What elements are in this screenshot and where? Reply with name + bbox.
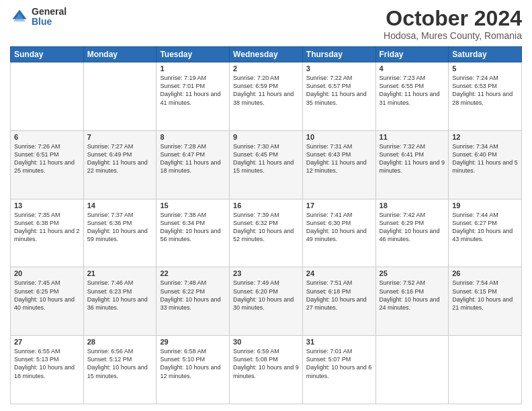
- sunset-text: Sunset: 6:36 PM: [87, 219, 153, 227]
- sunset-text: Sunset: 6:40 PM: [452, 150, 518, 158]
- daylight-text: Daylight: 10 hours and 33 minutes.: [160, 295, 226, 312]
- day-detail: Sunrise: 7:52 AMSunset: 6:16 PMDaylight:…: [380, 279, 445, 312]
- day-detail: Sunrise: 7:48 AMSunset: 6:22 PMDaylight:…: [160, 279, 226, 312]
- logo-text: General Blue: [32, 7, 66, 28]
- day-cell: 10Sunrise: 7:31 AMSunset: 6:43 PMDayligh…: [302, 130, 375, 199]
- sunrise-text: Sunrise: 7:37 AM: [87, 211, 153, 219]
- sunrise-text: Sunrise: 6:59 AM: [233, 347, 299, 355]
- sunrise-text: Sunrise: 7:34 AM: [452, 142, 518, 150]
- daylight-text: Daylight: 11 hours and 41 minutes.: [160, 90, 226, 106]
- daylight-text: Daylight: 10 hours and 21 minutes.: [452, 295, 518, 312]
- logo-icon: [10, 7, 29, 26]
- daylight-text: Daylight: 10 hours and 9 minutes.: [233, 363, 299, 379]
- sunrise-text: Sunrise: 7:46 AM: [87, 279, 153, 287]
- day-cell: 22Sunrise: 7:48 AMSunset: 6:22 PMDayligh…: [157, 267, 230, 336]
- col-thursday: Thursday: [302, 47, 375, 62]
- sunset-text: Sunset: 6:41 PM: [380, 150, 445, 158]
- daylight-text: Daylight: 10 hours and 24 minutes.: [380, 295, 445, 312]
- day-detail: Sunrise: 7:49 AMSunset: 6:20 PMDaylight:…: [233, 279, 299, 312]
- day-detail: Sunrise: 7:44 AMSunset: 6:27 PMDaylight:…: [452, 211, 518, 244]
- daylight-text: Daylight: 10 hours and 6 minutes.: [306, 363, 372, 379]
- sunrise-text: Sunrise: 7:26 AM: [14, 142, 80, 150]
- daylight-text: Daylight: 11 hours and 5 minutes.: [452, 158, 518, 175]
- day-detail: Sunrise: 6:55 AMSunset: 5:13 PMDaylight:…: [14, 347, 80, 380]
- day-cell: 7Sunrise: 7:27 AMSunset: 6:49 PMDaylight…: [83, 130, 157, 199]
- daylight-text: Daylight: 10 hours and 43 minutes.: [452, 227, 518, 243]
- daylight-text: Daylight: 11 hours and 9 minutes.: [380, 158, 445, 175]
- day-cell: 19Sunrise: 7:44 AMSunset: 6:27 PMDayligh…: [449, 199, 522, 267]
- day-cell: [83, 62, 157, 131]
- day-detail: Sunrise: 7:39 AMSunset: 6:32 PMDaylight:…: [233, 211, 299, 244]
- sunset-text: Sunset: 6:59 PM: [233, 82, 299, 90]
- day-detail: Sunrise: 7:35 AMSunset: 6:38 PMDaylight:…: [14, 211, 80, 244]
- sunrise-text: Sunrise: 7:23 AM: [380, 74, 445, 82]
- col-wednesday: Wednesday: [230, 47, 303, 62]
- day-detail: Sunrise: 7:42 AMSunset: 6:29 PMDaylight:…: [380, 211, 445, 244]
- sunset-text: Sunset: 6:55 PM: [380, 82, 445, 90]
- daylight-text: Daylight: 11 hours and 12 minutes.: [306, 158, 372, 175]
- daylight-text: Daylight: 11 hours and 28 minutes.: [452, 90, 518, 106]
- day-detail: Sunrise: 7:30 AMSunset: 6:45 PMDaylight:…: [233, 142, 299, 175]
- page: General Blue October 2024 Hodosa, Mures …: [0, 0, 532, 411]
- daylight-text: Daylight: 11 hours and 25 minutes.: [14, 158, 80, 175]
- sunset-text: Sunset: 6:47 PM: [160, 150, 226, 158]
- day-number: 16: [233, 201, 299, 210]
- day-detail: Sunrise: 7:19 AMSunset: 7:01 PMDaylight:…: [160, 74, 226, 107]
- sunset-text: Sunset: 6:30 PM: [306, 219, 372, 227]
- day-cell: 17Sunrise: 7:41 AMSunset: 6:30 PMDayligh…: [302, 199, 375, 267]
- day-number: 18: [380, 201, 445, 210]
- sunrise-text: Sunrise: 7:42 AM: [380, 211, 445, 219]
- sunrise-text: Sunrise: 7:54 AM: [452, 279, 518, 287]
- sunrise-text: Sunrise: 7:31 AM: [306, 142, 372, 150]
- logo: General Blue: [10, 7, 66, 28]
- sunset-text: Sunset: 6:53 PM: [452, 82, 518, 90]
- day-number: 21: [87, 269, 153, 277]
- sunset-text: Sunset: 5:08 PM: [233, 355, 299, 363]
- week-row-2: 6Sunrise: 7:26 AMSunset: 6:51 PMDaylight…: [11, 130, 522, 199]
- day-cell: 15Sunrise: 7:38 AMSunset: 6:34 PMDayligh…: [157, 199, 230, 267]
- sunset-text: Sunset: 6:20 PM: [233, 287, 299, 295]
- daylight-text: Daylight: 11 hours and 35 minutes.: [306, 90, 372, 106]
- day-detail: Sunrise: 7:20 AMSunset: 6:59 PMDaylight:…: [233, 74, 299, 107]
- sunset-text: Sunset: 6:38 PM: [14, 219, 80, 227]
- day-number: 25: [380, 269, 445, 277]
- sunset-text: Sunset: 6:34 PM: [160, 219, 226, 227]
- day-detail: Sunrise: 7:54 AMSunset: 6:15 PMDaylight:…: [452, 279, 518, 312]
- sunrise-text: Sunrise: 7:28 AM: [160, 142, 226, 150]
- sunset-text: Sunset: 6:45 PM: [233, 150, 299, 158]
- daylight-text: Daylight: 10 hours and 27 minutes.: [306, 295, 372, 312]
- day-number: 11: [380, 133, 445, 141]
- day-number: 26: [452, 269, 518, 277]
- calendar-table: Sunday Monday Tuesday Wednesday Thursday…: [10, 46, 522, 404]
- day-cell: 20Sunrise: 7:45 AMSunset: 6:25 PMDayligh…: [11, 267, 84, 336]
- day-detail: Sunrise: 7:22 AMSunset: 6:57 PMDaylight:…: [306, 74, 372, 107]
- sunset-text: Sunset: 5:07 PM: [306, 355, 372, 363]
- day-number: 6: [14, 133, 80, 141]
- day-cell: 5Sunrise: 7:24 AMSunset: 6:53 PMDaylight…: [449, 62, 522, 131]
- daylight-text: Daylight: 10 hours and 12 minutes.: [160, 363, 226, 379]
- daylight-text: Daylight: 10 hours and 52 minutes.: [233, 227, 299, 243]
- day-cell: 23Sunrise: 7:49 AMSunset: 6:20 PMDayligh…: [230, 267, 303, 336]
- daylight-text: Daylight: 11 hours and 15 minutes.: [233, 158, 299, 175]
- day-detail: Sunrise: 7:24 AMSunset: 6:53 PMDaylight:…: [452, 74, 518, 107]
- sunrise-text: Sunrise: 7:27 AM: [87, 142, 153, 150]
- day-number: 7: [87, 133, 153, 141]
- day-number: 29: [160, 338, 226, 346]
- sunrise-text: Sunrise: 6:58 AM: [160, 347, 226, 355]
- day-number: 23: [233, 269, 299, 277]
- day-cell: 9Sunrise: 7:30 AMSunset: 6:45 PMDaylight…: [230, 130, 303, 199]
- sunset-text: Sunset: 6:43 PM: [306, 150, 372, 158]
- logo-general: General: [32, 7, 66, 17]
- sunset-text: Sunset: 6:18 PM: [306, 287, 372, 295]
- sunrise-text: Sunrise: 7:52 AM: [380, 279, 445, 287]
- day-cell: 30Sunrise: 6:59 AMSunset: 5:08 PMDayligh…: [230, 336, 303, 404]
- day-number: 1: [160, 64, 226, 73]
- day-number: 30: [233, 338, 299, 346]
- day-detail: Sunrise: 7:31 AMSunset: 6:43 PMDaylight:…: [306, 142, 372, 175]
- daylight-text: Daylight: 11 hours and 38 minutes.: [233, 90, 299, 106]
- day-cell: [11, 62, 84, 131]
- day-cell: 1Sunrise: 7:19 AMSunset: 7:01 PMDaylight…: [157, 62, 230, 131]
- sunset-text: Sunset: 5:12 PM: [87, 355, 153, 363]
- day-number: 27: [14, 338, 80, 346]
- day-cell: 11Sunrise: 7:32 AMSunset: 6:41 PMDayligh…: [375, 130, 449, 199]
